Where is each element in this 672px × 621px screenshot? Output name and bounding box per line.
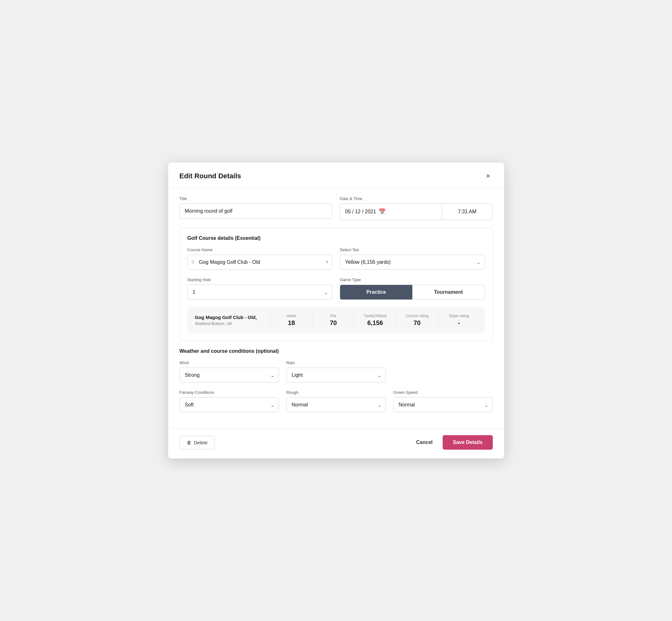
- rough-wrapper: Normal ⌄: [287, 397, 386, 412]
- slope-rating-value: -: [441, 319, 477, 327]
- cancel-button[interactable]: Cancel: [414, 436, 435, 449]
- rain-label: Rain: [287, 360, 386, 365]
- weather-section-title: Weather and course conditions (optional): [179, 348, 493, 354]
- course-name-group: Course Name ⚲ ×: [187, 247, 333, 270]
- wind-group: Wind Strong ⌄: [179, 360, 279, 382]
- slope-rating-label: Slope rating: [441, 314, 477, 318]
- course-tee-row: Course Name ⚲ × Select Tee Yellow (6,156…: [187, 247, 485, 270]
- fairway-dropdown[interactable]: Soft: [179, 397, 279, 412]
- wind-dropdown[interactable]: Strong: [179, 368, 279, 382]
- divider-4: [396, 314, 396, 327]
- select-tee-dropdown[interactable]: Yellow (6,156 yards): [340, 255, 485, 270]
- course-rating-label: Course rating: [399, 314, 435, 318]
- modal-footer: 🗑 Delete Cancel Save Details: [168, 428, 504, 458]
- title-datetime-row: Title Date & Time 05 / 12 / 2021 📅 7:31 …: [179, 196, 493, 220]
- fairway-wrapper: Soft ⌄: [179, 397, 279, 412]
- practice-button[interactable]: Practice: [340, 285, 412, 299]
- clear-course-button[interactable]: ×: [326, 259, 328, 265]
- green-speed-label: Green Speed: [393, 390, 493, 395]
- wind-wrapper: Strong ⌄: [179, 368, 279, 382]
- close-button[interactable]: ×: [484, 171, 493, 181]
- starting-hole-wrapper: 1 ⌄: [187, 285, 333, 299]
- delete-label: Delete: [194, 440, 208, 445]
- wind-label: Wind: [179, 360, 279, 365]
- divider-2: [312, 314, 313, 327]
- date-value: 05 / 12 / 2021: [345, 209, 376, 215]
- divider-5: [438, 314, 438, 327]
- green-speed-wrapper: Normal ⌄: [393, 397, 493, 412]
- holes-stat: Holes 18: [273, 314, 310, 327]
- starting-hole-label: Starting Hole: [187, 277, 333, 282]
- modal-header: Edit Round Details ×: [168, 163, 504, 188]
- edit-round-modal: Edit Round Details × Title Date & Time 0…: [168, 163, 504, 458]
- course-rating-stat: Course rating 70: [399, 314, 435, 327]
- game-type-label: Game Type: [340, 277, 485, 282]
- course-name-search-wrapper: ⚲ ×: [187, 255, 333, 270]
- search-icon: ⚲: [191, 259, 195, 265]
- delete-button[interactable]: 🗑 Delete: [179, 436, 215, 449]
- green-speed-dropdown[interactable]: Normal: [393, 397, 493, 412]
- course-name-label: Course Name: [187, 247, 333, 252]
- yards-label: Yards(Yellow): [357, 314, 393, 318]
- course-name-input[interactable]: [187, 255, 333, 270]
- date-part[interactable]: 05 / 12 / 2021 📅: [340, 204, 442, 220]
- save-button[interactable]: Save Details: [443, 435, 493, 450]
- title-label: Title: [179, 196, 333, 201]
- title-input[interactable]: [179, 204, 333, 219]
- datetime-label: Date & Time: [340, 196, 493, 201]
- par-value: 70: [315, 319, 352, 327]
- select-tee-group: Select Tee Yellow (6,156 yards) ⌄: [340, 247, 485, 270]
- yards-stat: Yards(Yellow) 6,156: [357, 314, 393, 327]
- game-type-group: Game Type Practice Tournament: [340, 277, 485, 300]
- golf-section-title: Golf Course details (Essential): [187, 236, 485, 241]
- yards-value: 6,156: [357, 319, 393, 327]
- calendar-icon: 📅: [379, 208, 385, 215]
- tournament-button[interactable]: Tournament: [412, 285, 485, 299]
- course-rating-value: 70: [399, 319, 435, 327]
- course-info-card: Gog Magog Golf Club - Old, Shelford Bott…: [187, 307, 485, 333]
- holes-label: Holes: [273, 314, 310, 318]
- rough-group: Rough Normal ⌄: [287, 390, 386, 412]
- rain-wrapper: Light ⌄: [287, 368, 386, 382]
- course-info-name-block: Gog Magog Golf Club - Old, Shelford Bott…: [195, 315, 268, 326]
- date-time-group: 05 / 12 / 2021 📅 7:31 AM: [340, 204, 493, 220]
- rough-dropdown[interactable]: Normal: [287, 397, 386, 412]
- course-name-display: Gog Magog Golf Club - Old,: [195, 315, 268, 320]
- modal-title: Edit Round Details: [179, 172, 241, 180]
- rain-group: Rain Light ⌄: [287, 360, 386, 382]
- trash-icon: 🗑: [187, 440, 192, 445]
- title-group: Title: [179, 196, 333, 219]
- holes-value: 18: [273, 319, 310, 327]
- starting-hole-group: Starting Hole 1 ⌄: [187, 277, 333, 299]
- select-tee-wrapper: Yellow (6,156 yards) ⌄: [340, 255, 485, 270]
- divider-1: [270, 314, 271, 327]
- datetime-group: Date & Time 05 / 12 / 2021 📅 7:31 AM: [340, 196, 493, 220]
- fairway-label: Fairway Conditions: [179, 390, 279, 395]
- modal-body: Title Date & Time 05 / 12 / 2021 📅 7:31 …: [168, 188, 504, 428]
- course-location: Shelford Bottom, UK: [195, 321, 268, 326]
- fairway-rough-green-row: Fairway Conditions Soft ⌄ Rough Normal: [179, 390, 493, 412]
- time-part[interactable]: 7:31 AM: [442, 204, 493, 220]
- time-value: 7:31 AM: [458, 209, 476, 215]
- par-stat: Par 70: [315, 314, 352, 327]
- select-tee-label: Select Tee: [340, 247, 485, 252]
- footer-right: Cancel Save Details: [414, 435, 493, 450]
- slope-rating-stat: Slope rating -: [441, 314, 477, 327]
- rough-label: Rough: [287, 390, 386, 395]
- rain-dropdown[interactable]: Light: [287, 368, 386, 382]
- par-label: Par: [315, 314, 352, 318]
- starting-hole-dropdown[interactable]: 1: [187, 285, 333, 299]
- green-speed-group: Green Speed Normal ⌄: [393, 390, 493, 412]
- fairway-group: Fairway Conditions Soft ⌄: [179, 390, 279, 412]
- wind-rain-row: Wind Strong ⌄ Rain Light ⌄: [179, 360, 493, 382]
- hole-gametype-row: Starting Hole 1 ⌄ Game Type Practice Tou…: [187, 277, 485, 300]
- weather-section: Weather and course conditions (optional)…: [179, 348, 493, 412]
- golf-course-section: Golf Course details (Essential) Course N…: [179, 227, 493, 341]
- game-type-toggle: Practice Tournament: [340, 285, 485, 300]
